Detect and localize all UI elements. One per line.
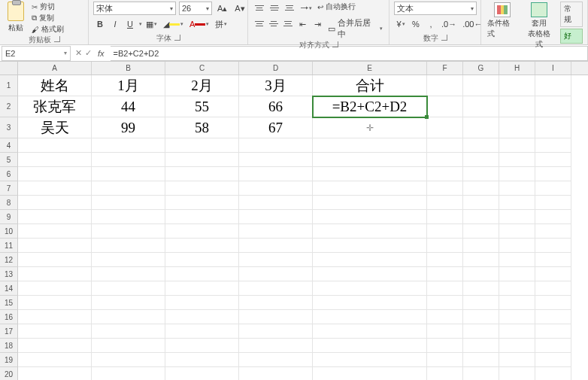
cell-G2[interactable] — [463, 96, 499, 117]
cell-F6[interactable] — [427, 167, 463, 181]
align-center-button[interactable] — [267, 17, 280, 29]
fx-icon[interactable]: fx — [98, 49, 105, 58]
cell-E2[interactable]: =B2+C2+D2 — [313, 96, 427, 117]
cell-F17[interactable] — [427, 324, 463, 339]
italic-button[interactable]: I — [108, 17, 122, 31]
cell-B6[interactable] — [92, 167, 165, 181]
cell-H11[interactable] — [499, 239, 535, 253]
cell-B12[interactable] — [92, 253, 165, 267]
cell-E17[interactable] — [313, 324, 427, 339]
cell-D9[interactable] — [239, 210, 313, 224]
cell-A14[interactable] — [18, 281, 92, 296]
cell-H6[interactable] — [499, 167, 535, 181]
increase-decimal-button[interactable]: .0→ — [439, 17, 459, 31]
cell-F19[interactable] — [427, 353, 463, 367]
cell-A19[interactable] — [18, 353, 92, 367]
cancel-formula-button[interactable]: ✕ — [75, 48, 82, 58]
cell-A11[interactable] — [18, 239, 92, 253]
row-header[interactable]: 4 — [0, 138, 18, 153]
cell-F18[interactable] — [427, 339, 463, 353]
cell-A4[interactable] — [18, 138, 92, 153]
cell-F14[interactable] — [427, 281, 463, 296]
copy-button[interactable]: ⧉复制 — [30, 13, 65, 23]
cell-C10[interactable] — [165, 224, 239, 239]
cell-E3[interactable]: ✛ — [313, 117, 427, 138]
dialog-launcher-icon[interactable] — [441, 35, 447, 41]
cell-I14[interactable] — [535, 281, 571, 296]
cell-I4[interactable] — [535, 138, 571, 153]
border-button[interactable]: ▦▾ — [144, 17, 159, 31]
cell-A13[interactable] — [18, 267, 92, 281]
cell-B7[interactable] — [92, 181, 165, 196]
cell-B11[interactable] — [92, 239, 165, 253]
cell-F13[interactable] — [427, 267, 463, 281]
row-header[interactable]: 11 — [0, 239, 18, 253]
cell-D14[interactable] — [239, 281, 313, 296]
cell-H5[interactable] — [499, 153, 535, 167]
paste-button[interactable]: 粘贴 — [5, 2, 27, 33]
cell-D10[interactable] — [239, 224, 313, 239]
cell-D20[interactable] — [239, 367, 313, 380]
col-header[interactable]: F — [427, 62, 463, 74]
comma-button[interactable]: , — [424, 17, 438, 31]
cell-G19[interactable] — [463, 353, 499, 367]
cell-F11[interactable] — [427, 239, 463, 253]
cell-I13[interactable] — [535, 267, 571, 281]
cell-I3[interactable] — [535, 117, 571, 138]
cell-C6[interactable] — [165, 167, 239, 181]
cell-B14[interactable] — [92, 281, 165, 296]
align-left-button[interactable] — [253, 17, 265, 29]
cell-C3[interactable]: 58 — [165, 117, 239, 138]
style-normal-chip[interactable]: 常规 — [560, 2, 583, 27]
align-bottom-button[interactable] — [283, 2, 296, 14]
cell-H13[interactable] — [499, 267, 535, 281]
dialog-launcher-icon[interactable] — [54, 36, 60, 42]
cell-G7[interactable] — [463, 181, 499, 196]
cell-C14[interactable] — [165, 281, 239, 296]
cell-E11[interactable] — [313, 239, 427, 253]
cell-D18[interactable] — [239, 339, 313, 353]
cell-E13[interactable] — [313, 267, 427, 281]
cell-E12[interactable] — [313, 253, 427, 267]
cell-F2[interactable] — [427, 96, 463, 117]
cell-F1[interactable] — [427, 75, 463, 96]
cell-C18[interactable] — [165, 339, 239, 353]
fill-color-button[interactable]: ◢▾ — [161, 17, 186, 31]
phonetic-button[interactable]: 拼▾ — [213, 17, 229, 31]
cell-I16[interactable] — [535, 310, 571, 324]
cell-C17[interactable] — [165, 324, 239, 339]
cell-C4[interactable] — [165, 138, 239, 153]
spreadsheet-grid[interactable]: A B C D E F G H I 1姓名1月2月3月合计2张克军445566=… — [0, 62, 588, 380]
cell-G10[interactable] — [463, 224, 499, 239]
cell-B20[interactable] — [92, 367, 165, 380]
cell-E10[interactable] — [313, 224, 427, 239]
cell-B8[interactable] — [92, 196, 165, 210]
cell-G3[interactable] — [463, 117, 499, 138]
cell-E19[interactable] — [313, 353, 427, 367]
cell-A5[interactable] — [18, 153, 92, 167]
cell-D15[interactable] — [239, 296, 313, 310]
cell-C7[interactable] — [165, 181, 239, 196]
cell-A20[interactable] — [18, 367, 92, 380]
row-header[interactable]: 1 — [0, 75, 18, 96]
row-header[interactable]: 3 — [0, 117, 18, 138]
wrap-text-button[interactable]: ↩自动换行 — [316, 2, 357, 12]
cell-C12[interactable] — [165, 253, 239, 267]
cell-D16[interactable] — [239, 310, 313, 324]
col-header[interactable]: A — [18, 62, 92, 74]
cell-D2[interactable]: 66 — [239, 96, 313, 117]
cell-A3[interactable]: 吴天 — [18, 117, 92, 138]
cell-E20[interactable] — [313, 367, 427, 380]
cell-H3[interactable] — [499, 117, 535, 138]
cell-C8[interactable] — [165, 196, 239, 210]
cell-F16[interactable] — [427, 310, 463, 324]
cell-C15[interactable] — [165, 296, 239, 310]
align-top-button[interactable] — [253, 2, 266, 14]
align-middle-button[interactable] — [268, 2, 281, 14]
cell-H9[interactable] — [499, 210, 535, 224]
row-header[interactable]: 18 — [0, 339, 18, 353]
cell-F3[interactable] — [427, 117, 463, 138]
cell-C13[interactable] — [165, 267, 239, 281]
cell-B10[interactable] — [92, 224, 165, 239]
format-painter-button[interactable]: 🖌格式刷 — [30, 24, 65, 35]
